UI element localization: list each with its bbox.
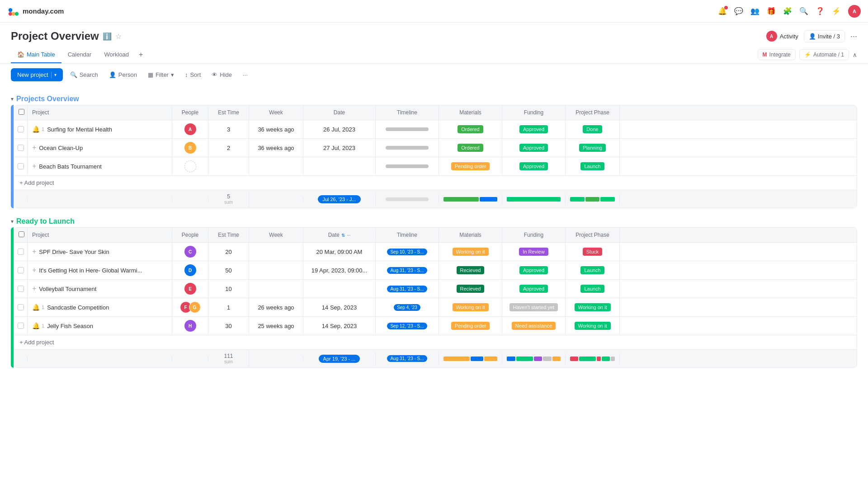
puzzle-icon[interactable]: 🧩 <box>783 7 792 16</box>
add-icon[interactable]: + <box>32 266 36 274</box>
materials-badge: Recieved <box>457 285 485 293</box>
row-checkbox[interactable] <box>14 261 28 279</box>
help-icon[interactable]: ❓ <box>816 7 825 16</box>
sum-cell-date: Apr 19, '23 - ... <box>303 352 376 366</box>
row-project-phase[interactable]: Working on it <box>566 317 620 335</box>
row-project-phase[interactable]: Launch <box>566 261 620 279</box>
materials-badge: Recieved <box>457 266 485 274</box>
avatar: G <box>189 301 201 313</box>
more-options-button[interactable]: ··· <box>239 69 251 80</box>
sort-icon[interactable]: ⇅ <box>341 233 345 238</box>
row-project-phase[interactable]: Done <box>566 120 620 138</box>
row-materials[interactable]: Pending order <box>439 317 502 335</box>
filter-button[interactable]: ▦ Filter ▾ <box>144 69 178 80</box>
row-project-phase[interactable]: Launch <box>566 280 620 298</box>
top-nav: monday.com 🔔 💬 👥 🎁 🧩 🔍 ❓ ⚡ A <box>0 0 868 23</box>
row-project-phase[interactable]: Working on it <box>566 298 620 316</box>
color-seg <box>484 357 497 361</box>
gift-icon[interactable]: 🎁 <box>767 7 776 16</box>
row-funding[interactable]: Approved <box>502 157 566 175</box>
sum-cell-est: 111 sum <box>208 350 249 367</box>
hide-button[interactable]: 👁 Hide <box>208 69 236 80</box>
row-materials[interactable]: Ordered <box>439 120 502 138</box>
bell-icon[interactable]: 🔔 <box>32 126 40 133</box>
bell-icon[interactable]: 🔔 <box>32 322 40 329</box>
invite-label: Invite / 3 <box>818 33 840 40</box>
add-icon[interactable]: + <box>32 248 36 256</box>
row-timeline: Sep 12, '23 - S... <box>376 317 439 335</box>
row-project-phase[interactable]: Planning <box>566 139 620 157</box>
row-funding[interactable]: Need assistance <box>502 317 566 335</box>
add-icon[interactable]: + <box>32 144 36 152</box>
date-header-more[interactable]: ··· <box>347 233 350 238</box>
logo[interactable]: monday.com <box>7 5 64 18</box>
color-seg <box>471 357 484 361</box>
add-icon[interactable]: + <box>32 162 36 170</box>
row-funding[interactable]: Haven't started yet <box>502 298 566 316</box>
automate-button[interactable]: ⚡ Automate / 1 <box>799 49 849 60</box>
search-top-icon[interactable]: 🔍 <box>799 7 808 16</box>
user-avatar[interactable]: A <box>848 5 861 18</box>
avatar: E <box>184 283 196 295</box>
row-week <box>249 280 303 298</box>
header-more-button[interactable]: ··· <box>850 32 857 41</box>
tab-calendar[interactable]: Calendar <box>61 47 98 63</box>
integrate-button[interactable]: M Integrate <box>758 49 796 60</box>
row-icons: 🔔 1 <box>32 126 44 133</box>
row-project-phase[interactable]: Stuck <box>566 243 620 261</box>
new-project-button[interactable]: New project ▾ <box>11 68 63 81</box>
collapse-button[interactable]: ∧ <box>853 52 857 58</box>
row-funding[interactable]: Approved <box>502 120 566 138</box>
sum-cell-week <box>249 197 303 202</box>
row-materials[interactable]: Working on it <box>439 298 502 316</box>
materials-color-bar <box>443 197 497 202</box>
row-checkbox[interactable] <box>14 317 28 335</box>
row-funding[interactable]: Approved <box>502 139 566 157</box>
automate-label: Automate / 1 <box>813 52 844 58</box>
row-checkbox[interactable] <box>14 139 28 157</box>
row-timeline <box>376 139 439 157</box>
row-funding[interactable]: In Review <box>502 243 566 261</box>
group-collapse-button[interactable]: ▾ <box>11 96 14 102</box>
row-materials[interactable]: Ordered <box>439 139 502 157</box>
add-project-row[interactable]: + Add project <box>14 176 857 190</box>
row-project-phase[interactable]: Launch <box>566 157 620 175</box>
notifications-icon[interactable]: 🔔 <box>718 7 727 16</box>
row-checkbox[interactable] <box>14 280 28 298</box>
row-materials[interactable]: Recieved <box>439 280 502 298</box>
person-button[interactable]: 👤 Person <box>105 69 141 80</box>
select-all-rtl-checkbox[interactable] <box>19 231 24 237</box>
select-all-checkbox[interactable] <box>19 109 24 115</box>
row-checkbox[interactable] <box>14 298 28 316</box>
star-icon[interactable]: ☆ <box>115 32 122 41</box>
add-icon[interactable]: + <box>32 285 36 293</box>
bell-icon[interactable]: 🔔 <box>32 304 40 311</box>
row-timeline <box>376 157 439 175</box>
group-collapse-button[interactable]: ▾ <box>11 218 14 225</box>
add-project-rtl-row[interactable]: + Add project <box>14 335 857 349</box>
table-header-ready-to-launch: Project People Est Time Week Date ⇅ ··· … <box>14 228 857 243</box>
row-materials[interactable]: Recieved <box>439 261 502 279</box>
sort-button[interactable]: ↕ Sort <box>181 69 204 80</box>
tab-main-table[interactable]: 🏠 Main Table <box>11 47 61 63</box>
invite-button[interactable]: 👤 Invite / 3 <box>804 30 845 42</box>
avatar-group: F G <box>180 301 201 313</box>
row-checkbox[interactable] <box>14 157 28 175</box>
apps-icon[interactable]: ⚡ <box>832 7 841 16</box>
add-view-button[interactable]: + <box>135 46 146 63</box>
search-button[interactable]: 🔍 Search <box>66 69 102 80</box>
info-icon[interactable]: ℹ️ <box>103 32 112 41</box>
group-title-ready-to-launch: Ready to Launch <box>16 217 75 225</box>
row-materials[interactable]: Pending order <box>439 157 502 175</box>
tab-workload[interactable]: Workload <box>98 47 135 63</box>
color-seg <box>597 357 601 361</box>
row-materials[interactable]: Working on it <box>439 243 502 261</box>
row-checkbox[interactable] <box>14 243 28 261</box>
people-icon[interactable]: 👥 <box>750 7 760 16</box>
activity-button[interactable]: A Activity <box>766 31 798 42</box>
row-funding[interactable]: Approved <box>502 280 566 298</box>
inbox-icon[interactable]: 💬 <box>734 7 743 16</box>
row-icons: + <box>32 144 36 152</box>
row-checkbox[interactable] <box>14 120 28 138</box>
row-funding[interactable]: Approved <box>502 261 566 279</box>
